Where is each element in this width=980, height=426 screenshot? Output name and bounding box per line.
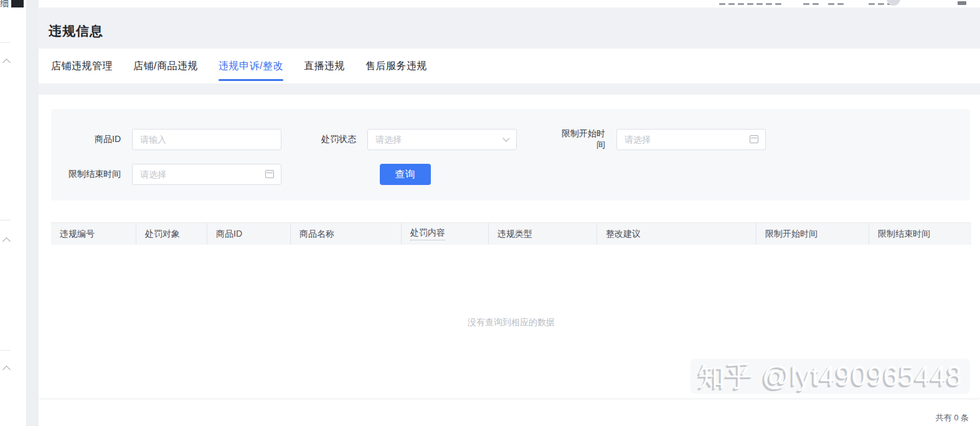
tab-shop-violation-management[interactable]: 店铺违规管理	[51, 60, 113, 73]
tab-violation-appeal-rectify[interactable]: 违规申诉/整改	[219, 60, 283, 73]
content-card: 商品ID 处罚状态 限制开始时间	[39, 95, 980, 399]
col-penalty-content: 处罚内容	[401, 223, 488, 245]
page-gutter	[26, 0, 39, 426]
top-nav-clipped-icon	[958, 1, 966, 5]
limit-end-date-input[interactable]	[132, 164, 281, 185]
penalty-status-select-input[interactable]	[367, 129, 517, 150]
penalty-content-tooltip-trigger[interactable]: 处罚内容	[410, 227, 445, 240]
gray-band	[39, 83, 980, 95]
product-id-input[interactable]	[132, 129, 281, 150]
top-nav-bar	[39, 0, 980, 7]
calendar-icon	[265, 170, 274, 178]
table-header: 违规编号 处罚对象 商品ID 商品名称 处罚内容 违规类型 整改建议 限制开始时…	[51, 222, 971, 245]
filter-panel: 商品ID 处罚状态 限制开始时间	[51, 109, 970, 201]
left-sidebar-fragment: 细	[0, 0, 26, 426]
penalty-status-label: 处罚状态	[318, 134, 367, 145]
screen: 细 违规信息 店铺违规管理 店铺/商品违规 违规申诉/	[0, 0, 980, 426]
col-violation-type: 违规类型	[488, 223, 596, 245]
col-limit-start-time: 限制开始时间	[756, 223, 869, 245]
chevron-up-icon[interactable]	[2, 366, 11, 374]
tab-live-violation[interactable]: 直播违规	[304, 60, 345, 73]
total-count: 共有 0 条	[936, 412, 969, 424]
limit-start-datepicker[interactable]	[616, 129, 766, 150]
sidebar-dark-header	[11, 0, 24, 7]
sidebar-clipped-text: 细	[0, 0, 9, 9]
chevron-up-icon[interactable]	[2, 237, 11, 245]
chevron-up-icon[interactable]	[2, 59, 11, 67]
sidebar-divider	[0, 42, 11, 43]
tabs-bar: 店铺违规管理 店铺/商品违规 违规申诉/整改 直播违规 售后服务违规	[39, 49, 980, 83]
col-rectify-suggestion: 整改建议	[596, 223, 756, 245]
search-button[interactable]: 查询	[380, 164, 431, 185]
limit-start-date-input[interactable]	[616, 129, 766, 150]
col-product-name: 商品名称	[290, 223, 401, 245]
sidebar-divider	[0, 220, 11, 220]
filter-group-penalty-status: 处罚状态	[318, 129, 517, 150]
filter-group-limit-end: 限制结束时间	[51, 164, 281, 185]
sidebar-divider	[0, 350, 11, 351]
top-nav-clipped-text	[828, 3, 844, 5]
top-nav-clipped-text	[803, 3, 819, 5]
calendar-icon	[750, 135, 758, 143]
page-header: 违规信息	[39, 7, 980, 49]
tab-aftersale-violation[interactable]: 售后服务违规	[365, 60, 427, 73]
col-limit-end-time: 限制结束时间	[869, 223, 971, 245]
penalty-status-select[interactable]	[367, 129, 517, 150]
filter-group-limit-start: 限制开始时间	[554, 128, 766, 151]
limit-end-label: 限制结束时间	[51, 169, 132, 180]
top-nav-clipped-text	[719, 3, 781, 5]
col-penalty-target: 处罚对象	[136, 223, 207, 245]
limit-start-label: 限制开始时间	[554, 128, 616, 151]
col-violation-id: 违规编号	[51, 223, 136, 245]
limit-end-datepicker[interactable]	[132, 164, 281, 185]
product-id-label: 商品ID	[51, 134, 132, 145]
watermark: 知乎 @lyt490965448	[690, 359, 970, 394]
table-empty-text: 没有查询到相应的数据	[51, 317, 971, 328]
col-product-id: 商品ID	[207, 223, 290, 245]
tab-shop-product-violation[interactable]: 店铺/商品违规	[133, 60, 198, 73]
page-title: 违规信息	[49, 22, 103, 40]
filter-group-product-id: 商品ID	[51, 129, 281, 150]
